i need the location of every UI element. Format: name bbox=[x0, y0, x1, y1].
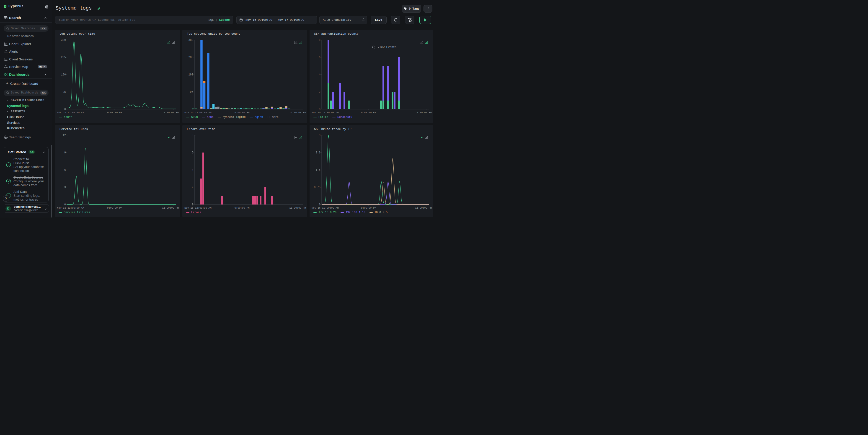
svg-text:1.5: 1.5 bbox=[315, 168, 320, 172]
svg-text:0: 0 bbox=[319, 108, 320, 111]
svg-text:0: 0 bbox=[64, 203, 66, 206]
svg-text:9:00:00 PM: 9:00:00 PM bbox=[361, 111, 376, 114]
svg-text:6: 6 bbox=[319, 56, 320, 59]
svg-text:2: 2 bbox=[192, 186, 193, 189]
svg-text:95: 95 bbox=[190, 91, 193, 94]
svg-text:9:00:00 PM: 9:00:00 PM bbox=[235, 111, 250, 114]
svg-text:Nov 15 12:00:00 AM: Nov 15 12:00:00 AM bbox=[57, 207, 84, 209]
svg-text:3: 3 bbox=[64, 186, 66, 189]
svg-text:Nov 15 12:00:00 AM: Nov 15 12:00:00 AM bbox=[312, 111, 339, 114]
svg-text:0: 0 bbox=[192, 108, 193, 111]
svg-text:9:00:00 PM: 9:00:00 PM bbox=[107, 111, 122, 114]
svg-text:12: 12 bbox=[63, 134, 66, 137]
svg-text:11:00:00 PM: 11:00:00 PM bbox=[289, 111, 306, 114]
svg-text:2.3: 2.3 bbox=[315, 151, 320, 154]
svg-text:9: 9 bbox=[64, 151, 66, 154]
svg-text:6: 6 bbox=[64, 168, 66, 172]
svg-text:285: 285 bbox=[61, 56, 66, 59]
svg-text:0.75: 0.75 bbox=[314, 186, 320, 189]
svg-text:11:00:00 PM: 11:00:00 PM bbox=[162, 207, 179, 209]
svg-text:380: 380 bbox=[61, 38, 66, 42]
svg-text:9:00:00 PM: 9:00:00 PM bbox=[107, 207, 122, 209]
svg-text:0: 0 bbox=[319, 203, 320, 206]
svg-text:4: 4 bbox=[192, 168, 193, 172]
svg-text:9:00:00 PM: 9:00:00 PM bbox=[235, 207, 250, 209]
svg-text:Nov 15 12:00:00 AM: Nov 15 12:00:00 AM bbox=[184, 207, 212, 209]
svg-text:0: 0 bbox=[64, 108, 66, 111]
svg-text:380: 380 bbox=[188, 38, 193, 42]
svg-text:Nov 15 12:00:00 AM: Nov 15 12:00:00 AM bbox=[312, 207, 339, 209]
svg-text:11:00:00 PM: 11:00:00 PM bbox=[289, 207, 306, 209]
svg-text:2: 2 bbox=[319, 91, 320, 94]
svg-text:285: 285 bbox=[188, 56, 193, 59]
svg-text:8: 8 bbox=[192, 134, 193, 137]
svg-text:95: 95 bbox=[63, 91, 66, 94]
svg-text:9:00:00 PM: 9:00:00 PM bbox=[361, 207, 376, 209]
svg-text:11:00:00 PM: 11:00:00 PM bbox=[162, 111, 179, 114]
svg-text:4: 4 bbox=[319, 73, 320, 76]
svg-text:190: 190 bbox=[61, 73, 66, 76]
svg-text:190: 190 bbox=[188, 73, 193, 76]
svg-text:11:00:00 PM: 11:00:00 PM bbox=[415, 207, 432, 209]
svg-text:6: 6 bbox=[192, 151, 193, 154]
svg-text:0: 0 bbox=[192, 203, 193, 206]
svg-text:Nov 15 12:00:00 AM: Nov 15 12:00:00 AM bbox=[57, 111, 84, 114]
svg-text:3: 3 bbox=[319, 134, 320, 137]
svg-text:11:00:00 PM: 11:00:00 PM bbox=[415, 111, 432, 114]
svg-text:Nov 15 12:00:00 AM: Nov 15 12:00:00 AM bbox=[184, 111, 212, 114]
svg-text:8: 8 bbox=[319, 38, 320, 42]
